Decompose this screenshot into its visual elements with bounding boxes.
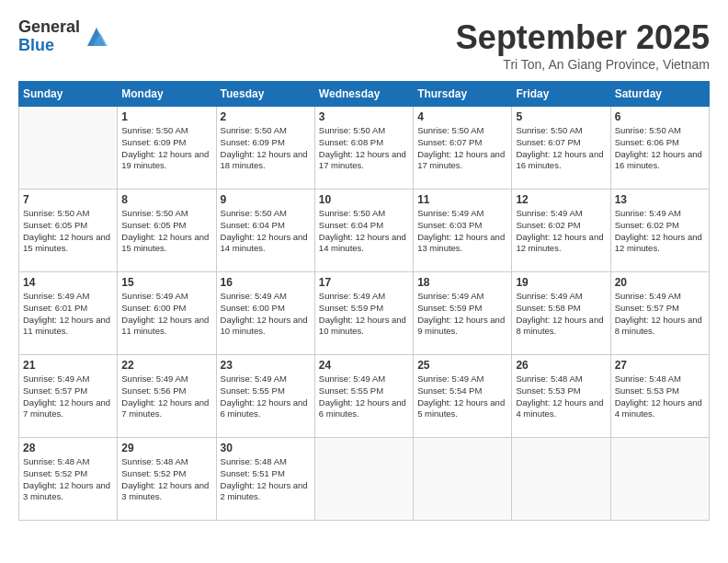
- weekday-header-tuesday: Tuesday: [216, 82, 314, 107]
- logo-icon: [84, 24, 109, 50]
- day-number: 11: [417, 193, 507, 206]
- weekday-header-thursday: Thursday: [414, 82, 512, 107]
- day-info: Sunrise: 5:49 AM Sunset: 5:54 PM Dayligh…: [417, 373, 507, 420]
- day-number: 30: [221, 442, 311, 454]
- day-number: 2: [221, 110, 311, 123]
- calendar-cell: 13Sunrise: 5:49 AM Sunset: 6:02 PM Dayli…: [610, 190, 709, 272]
- page-header: General Blue September 2025 Tri Ton, An …: [18, 18, 710, 72]
- day-info: Sunrise: 5:50 AM Sunset: 6:05 PM Dayligh…: [23, 208, 113, 255]
- day-info: Sunrise: 5:49 AM Sunset: 5:55 PM Dayligh…: [319, 373, 409, 420]
- day-info: Sunrise: 5:49 AM Sunset: 5:58 PM Dayligh…: [516, 291, 606, 338]
- day-info: Sunrise: 5:49 AM Sunset: 6:03 PM Dayligh…: [417, 208, 507, 255]
- day-info: Sunrise: 5:50 AM Sunset: 6:07 PM Dayligh…: [516, 125, 606, 172]
- day-info: Sunrise: 5:48 AM Sunset: 5:52 PM Dayligh…: [121, 456, 211, 503]
- day-info: Sunrise: 5:49 AM Sunset: 6:00 PM Dayligh…: [221, 291, 311, 338]
- calendar-cell: 28Sunrise: 5:48 AM Sunset: 5:52 PM Dayli…: [19, 438, 118, 521]
- calendar-title: September 2025: [456, 18, 710, 57]
- calendar-cell: 7Sunrise: 5:50 AM Sunset: 6:05 PM Daylig…: [19, 190, 118, 272]
- day-number: 1: [121, 110, 211, 123]
- weekday-header-monday: Monday: [118, 82, 216, 107]
- day-number: 7: [23, 193, 113, 206]
- day-number: 5: [516, 110, 606, 123]
- title-section: September 2025 Tri Ton, An Giang Provinc…: [456, 18, 710, 72]
- week-row-4: 28Sunrise: 5:48 AM Sunset: 5:52 PM Dayli…: [19, 438, 710, 521]
- calendar-table: SundayMondayTuesdayWednesdayThursdayFrid…: [18, 81, 710, 521]
- day-info: Sunrise: 5:50 AM Sunset: 6:05 PM Dayligh…: [121, 208, 211, 255]
- day-number: 16: [221, 276, 311, 289]
- calendar-cell: [610, 438, 709, 521]
- day-info: Sunrise: 5:50 AM Sunset: 6:04 PM Dayligh…: [319, 208, 409, 255]
- weekday-header-friday: Friday: [512, 82, 610, 107]
- day-number: 10: [319, 193, 409, 206]
- day-info: Sunrise: 5:50 AM Sunset: 6:06 PM Dayligh…: [615, 125, 705, 172]
- day-number: 23: [221, 359, 311, 372]
- day-info: Sunrise: 5:49 AM Sunset: 6:02 PM Dayligh…: [615, 208, 705, 255]
- calendar-cell: 12Sunrise: 5:49 AM Sunset: 6:02 PM Dayli…: [512, 190, 610, 272]
- calendar-body: 1Sunrise: 5:50 AM Sunset: 6:09 PM Daylig…: [19, 107, 710, 521]
- day-info: Sunrise: 5:49 AM Sunset: 5:59 PM Dayligh…: [319, 291, 409, 338]
- calendar-header: SundayMondayTuesdayWednesdayThursdayFrid…: [19, 82, 710, 107]
- calendar-cell: 20Sunrise: 5:49 AM Sunset: 5:57 PM Dayli…: [610, 272, 709, 355]
- day-info: Sunrise: 5:48 AM Sunset: 5:51 PM Dayligh…: [221, 456, 311, 503]
- day-number: 27: [615, 359, 705, 372]
- week-row-3: 21Sunrise: 5:49 AM Sunset: 5:57 PM Dayli…: [19, 355, 710, 438]
- day-number: 21: [23, 359, 113, 372]
- weekday-header-saturday: Saturday: [610, 82, 709, 107]
- calendar-cell: 6Sunrise: 5:50 AM Sunset: 6:06 PM Daylig…: [610, 107, 709, 190]
- calendar-cell: 9Sunrise: 5:50 AM Sunset: 6:04 PM Daylig…: [216, 190, 314, 272]
- calendar-cell: 24Sunrise: 5:49 AM Sunset: 5:55 PM Dayli…: [314, 355, 413, 438]
- calendar-cell: 8Sunrise: 5:50 AM Sunset: 6:05 PM Daylig…: [118, 190, 216, 272]
- calendar-cell: 18Sunrise: 5:49 AM Sunset: 5:59 PM Dayli…: [414, 272, 512, 355]
- calendar-cell: 10Sunrise: 5:50 AM Sunset: 6:04 PM Dayli…: [314, 190, 413, 272]
- calendar-cell: 26Sunrise: 5:48 AM Sunset: 5:53 PM Dayli…: [512, 355, 610, 438]
- calendar-cell: 19Sunrise: 5:49 AM Sunset: 5:58 PM Dayli…: [512, 272, 610, 355]
- day-info: Sunrise: 5:50 AM Sunset: 6:09 PM Dayligh…: [221, 125, 311, 172]
- day-number: 13: [615, 193, 705, 206]
- day-info: Sunrise: 5:49 AM Sunset: 5:57 PM Dayligh…: [23, 373, 113, 420]
- calendar-cell: 14Sunrise: 5:49 AM Sunset: 6:01 PM Dayli…: [19, 272, 118, 355]
- calendar-cell: 27Sunrise: 5:48 AM Sunset: 5:53 PM Dayli…: [610, 355, 709, 438]
- day-info: Sunrise: 5:50 AM Sunset: 6:04 PM Dayligh…: [221, 208, 311, 255]
- calendar-cell: 4Sunrise: 5:50 AM Sunset: 6:07 PM Daylig…: [414, 107, 512, 190]
- day-number: 15: [121, 276, 211, 289]
- day-number: 20: [615, 276, 705, 289]
- day-info: Sunrise: 5:49 AM Sunset: 5:57 PM Dayligh…: [615, 291, 705, 338]
- day-number: 22: [121, 359, 211, 372]
- day-info: Sunrise: 5:49 AM Sunset: 5:55 PM Dayligh…: [221, 373, 311, 420]
- day-number: 9: [221, 193, 311, 206]
- calendar-cell: [314, 438, 413, 521]
- day-info: Sunrise: 5:49 AM Sunset: 6:01 PM Dayligh…: [23, 291, 113, 338]
- calendar-cell: 23Sunrise: 5:49 AM Sunset: 5:55 PM Dayli…: [216, 355, 314, 438]
- calendar-cell: 21Sunrise: 5:49 AM Sunset: 5:57 PM Dayli…: [19, 355, 118, 438]
- day-number: 3: [319, 110, 409, 123]
- logo: General Blue: [18, 18, 109, 55]
- calendar-cell: 25Sunrise: 5:49 AM Sunset: 5:54 PM Dayli…: [414, 355, 512, 438]
- day-number: 8: [121, 193, 211, 206]
- calendar-cell: 3Sunrise: 5:50 AM Sunset: 6:08 PM Daylig…: [314, 107, 413, 190]
- calendar-cell: 22Sunrise: 5:49 AM Sunset: 5:56 PM Dayli…: [118, 355, 216, 438]
- day-number: 14: [23, 276, 113, 289]
- week-row-0: 1Sunrise: 5:50 AM Sunset: 6:09 PM Daylig…: [19, 107, 710, 190]
- logo-blue: Blue: [18, 37, 80, 55]
- calendar-cell: [19, 107, 118, 190]
- day-info: Sunrise: 5:50 AM Sunset: 6:07 PM Dayligh…: [417, 125, 507, 172]
- weekday-header-wednesday: Wednesday: [314, 82, 413, 107]
- calendar-cell: 15Sunrise: 5:49 AM Sunset: 6:00 PM Dayli…: [118, 272, 216, 355]
- day-number: 18: [417, 276, 507, 289]
- day-info: Sunrise: 5:48 AM Sunset: 5:53 PM Dayligh…: [516, 373, 606, 420]
- calendar-cell: 17Sunrise: 5:49 AM Sunset: 5:59 PM Dayli…: [314, 272, 413, 355]
- weekday-header-sunday: Sunday: [19, 82, 118, 107]
- calendar-cell: 11Sunrise: 5:49 AM Sunset: 6:03 PM Dayli…: [414, 190, 512, 272]
- day-info: Sunrise: 5:49 AM Sunset: 5:56 PM Dayligh…: [121, 373, 211, 420]
- day-number: 6: [615, 110, 705, 123]
- day-number: 4: [417, 110, 507, 123]
- calendar-cell: 16Sunrise: 5:49 AM Sunset: 6:00 PM Dayli…: [216, 272, 314, 355]
- calendar-cell: 2Sunrise: 5:50 AM Sunset: 6:09 PM Daylig…: [216, 107, 314, 190]
- day-info: Sunrise: 5:49 AM Sunset: 6:00 PM Dayligh…: [121, 291, 211, 338]
- day-number: 26: [516, 359, 606, 372]
- day-info: Sunrise: 5:48 AM Sunset: 5:52 PM Dayligh…: [23, 456, 113, 503]
- day-number: 12: [516, 193, 606, 206]
- day-number: 24: [319, 359, 409, 372]
- day-number: 17: [319, 276, 409, 289]
- calendar-cell: 30Sunrise: 5:48 AM Sunset: 5:51 PM Dayli…: [216, 438, 314, 521]
